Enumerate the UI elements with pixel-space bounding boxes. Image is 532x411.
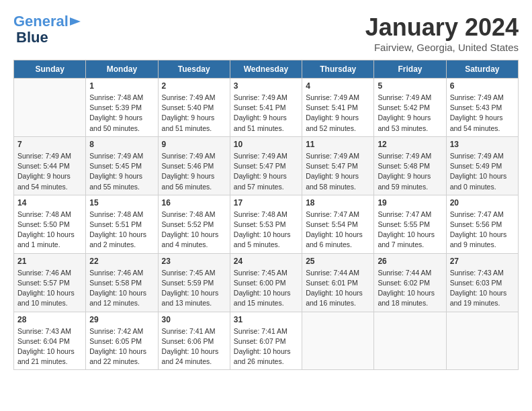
day-number: 27 (450, 257, 515, 266)
calendar-cell: 20Sunrise: 7:47 AM Sunset: 5:56 PM Dayli… (446, 195, 518, 253)
calendar-cell: 9Sunrise: 7:49 AM Sunset: 5:46 PM Daylig… (158, 136, 230, 195)
day-info: Sunrise: 7:48 AM Sunset: 5:52 PM Dayligh… (162, 210, 226, 250)
day-info: Sunrise: 7:49 AM Sunset: 5:41 PM Dayligh… (306, 93, 370, 134)
calendar-cell: 4Sunrise: 7:49 AM Sunset: 5:41 PM Daylig… (302, 79, 374, 137)
logo-text: General (13, 13, 69, 30)
day-number: 20 (450, 198, 515, 208)
day-number: 18 (306, 198, 370, 208)
day-info: Sunrise: 7:48 AM Sunset: 5:53 PM Dayligh… (234, 210, 298, 250)
day-info: Sunrise: 7:49 AM Sunset: 5:41 PM Dayligh… (234, 93, 298, 134)
page-header: General Blue January 2024 Fairview, Geor… (13, 13, 519, 53)
day-number: 12 (378, 140, 442, 149)
day-number: 31 (234, 315, 298, 324)
day-number: 3 (234, 81, 298, 91)
day-number: 26 (378, 257, 442, 266)
day-header-monday: Monday (86, 60, 158, 79)
day-info: Sunrise: 7:42 AM Sunset: 6:05 PM Dayligh… (89, 326, 154, 367)
svg-marker-0 (70, 17, 81, 26)
day-number: 30 (162, 315, 226, 324)
day-number: 13 (450, 140, 515, 149)
day-info: Sunrise: 7:43 AM Sunset: 6:03 PM Dayligh… (450, 268, 515, 309)
day-info: Sunrise: 7:49 AM Sunset: 5:47 PM Dayligh… (234, 151, 298, 192)
calendar-cell (374, 312, 446, 370)
calendar-cell: 23Sunrise: 7:45 AM Sunset: 5:59 PM Dayli… (158, 253, 230, 312)
calendar-week-row: 1Sunrise: 7:48 AM Sunset: 5:39 PM Daylig… (14, 79, 519, 137)
calendar-cell: 28Sunrise: 7:43 AM Sunset: 6:04 PM Dayli… (14, 312, 86, 370)
calendar-cell (302, 312, 374, 370)
day-number: 23 (162, 257, 226, 266)
calendar-cell: 1Sunrise: 7:48 AM Sunset: 5:39 PM Daylig… (86, 79, 158, 137)
calendar-cell: 12Sunrise: 7:49 AM Sunset: 5:48 PM Dayli… (374, 136, 446, 195)
day-number: 9 (162, 140, 226, 149)
calendar-cell: 5Sunrise: 7:49 AM Sunset: 5:42 PM Daylig… (374, 79, 446, 137)
calendar-cell: 3Sunrise: 7:49 AM Sunset: 5:41 PM Daylig… (230, 79, 302, 137)
calendar-cell (446, 312, 518, 370)
calendar-week-row: 21Sunrise: 7:46 AM Sunset: 5:57 PM Dayli… (14, 253, 519, 312)
day-number: 7 (17, 140, 82, 149)
day-number: 10 (234, 140, 298, 149)
day-info: Sunrise: 7:41 AM Sunset: 6:07 PM Dayligh… (234, 326, 298, 367)
day-info: Sunrise: 7:45 AM Sunset: 5:59 PM Dayligh… (162, 268, 226, 309)
calendar-cell: 27Sunrise: 7:43 AM Sunset: 6:03 PM Dayli… (446, 253, 518, 312)
calendar-cell: 18Sunrise: 7:47 AM Sunset: 5:54 PM Dayli… (302, 195, 374, 253)
day-info: Sunrise: 7:49 AM Sunset: 5:42 PM Dayligh… (378, 93, 442, 134)
day-header-sunday: Sunday (14, 60, 86, 79)
day-info: Sunrise: 7:48 AM Sunset: 5:51 PM Dayligh… (89, 210, 154, 250)
calendar-cell: 21Sunrise: 7:46 AM Sunset: 5:57 PM Dayli… (14, 253, 86, 312)
calendar-cell: 7Sunrise: 7:49 AM Sunset: 5:44 PM Daylig… (14, 136, 86, 195)
day-number: 4 (306, 81, 370, 91)
day-number: 11 (306, 140, 370, 149)
day-info: Sunrise: 7:49 AM Sunset: 5:43 PM Dayligh… (450, 93, 515, 134)
day-number: 6 (450, 81, 515, 91)
calendar-cell: 31Sunrise: 7:41 AM Sunset: 6:07 PM Dayli… (230, 312, 302, 370)
day-number: 16 (162, 198, 226, 208)
day-number: 17 (234, 198, 298, 208)
day-info: Sunrise: 7:49 AM Sunset: 5:49 PM Dayligh… (450, 151, 515, 192)
day-header-thursday: Thursday (302, 60, 374, 79)
day-info: Sunrise: 7:47 AM Sunset: 5:56 PM Dayligh… (450, 210, 515, 250)
day-header-wednesday: Wednesday (230, 60, 302, 79)
day-info: Sunrise: 7:48 AM Sunset: 5:50 PM Dayligh… (17, 210, 82, 250)
day-info: Sunrise: 7:49 AM Sunset: 5:47 PM Dayligh… (306, 151, 370, 192)
location: Fairview, Georgia, United States (365, 42, 519, 53)
day-number: 25 (306, 257, 370, 266)
calendar-cell: 6Sunrise: 7:49 AM Sunset: 5:43 PM Daylig… (446, 79, 518, 137)
day-info: Sunrise: 7:49 AM Sunset: 5:44 PM Dayligh… (17, 151, 82, 192)
day-info: Sunrise: 7:46 AM Sunset: 5:58 PM Dayligh… (89, 268, 154, 309)
day-number: 24 (234, 257, 298, 266)
day-info: Sunrise: 7:49 AM Sunset: 5:40 PM Dayligh… (162, 93, 226, 134)
calendar-cell: 25Sunrise: 7:44 AM Sunset: 6:01 PM Dayli… (302, 253, 374, 312)
day-info: Sunrise: 7:49 AM Sunset: 5:46 PM Dayligh… (162, 151, 226, 192)
day-number: 5 (378, 81, 442, 91)
calendar-cell: 22Sunrise: 7:46 AM Sunset: 5:58 PM Dayli… (86, 253, 158, 312)
day-number: 28 (17, 315, 82, 324)
calendar-cell (14, 79, 86, 137)
logo-blue-text: Blue (16, 29, 48, 46)
calendar-cell: 30Sunrise: 7:41 AM Sunset: 6:06 PM Dayli… (158, 312, 230, 370)
calendar-week-row: 28Sunrise: 7:43 AM Sunset: 6:04 PM Dayli… (14, 312, 519, 370)
calendar-cell: 16Sunrise: 7:48 AM Sunset: 5:52 PM Dayli… (158, 195, 230, 253)
day-number: 8 (89, 140, 154, 149)
calendar-header-row: SundayMondayTuesdayWednesdayThursdayFrid… (14, 60, 519, 79)
day-info: Sunrise: 7:45 AM Sunset: 6:00 PM Dayligh… (234, 268, 298, 309)
calendar-week-row: 14Sunrise: 7:48 AM Sunset: 5:50 PM Dayli… (14, 195, 519, 253)
calendar-cell: 17Sunrise: 7:48 AM Sunset: 5:53 PM Dayli… (230, 195, 302, 253)
logo: General Blue (13, 13, 82, 46)
calendar-cell: 11Sunrise: 7:49 AM Sunset: 5:47 PM Dayli… (302, 136, 374, 195)
logo-arrow-icon (69, 15, 82, 28)
day-info: Sunrise: 7:44 AM Sunset: 6:02 PM Dayligh… (378, 268, 442, 309)
day-number: 22 (89, 257, 154, 266)
day-info: Sunrise: 7:41 AM Sunset: 6:06 PM Dayligh… (162, 326, 226, 367)
calendar-cell: 15Sunrise: 7:48 AM Sunset: 5:51 PM Dayli… (86, 195, 158, 253)
day-number: 29 (89, 315, 154, 324)
day-number: 1 (89, 81, 154, 91)
day-header-friday: Friday (374, 60, 446, 79)
calendar-cell: 29Sunrise: 7:42 AM Sunset: 6:05 PM Dayli… (86, 312, 158, 370)
day-number: 14 (17, 198, 82, 208)
day-info: Sunrise: 7:47 AM Sunset: 5:55 PM Dayligh… (378, 210, 442, 250)
day-info: Sunrise: 7:47 AM Sunset: 5:54 PM Dayligh… (306, 210, 370, 250)
calendar-cell: 19Sunrise: 7:47 AM Sunset: 5:55 PM Dayli… (374, 195, 446, 253)
month-title: January 2024 (365, 13, 519, 42)
day-number: 15 (89, 198, 154, 208)
calendar-cell: 14Sunrise: 7:48 AM Sunset: 5:50 PM Dayli… (14, 195, 86, 253)
